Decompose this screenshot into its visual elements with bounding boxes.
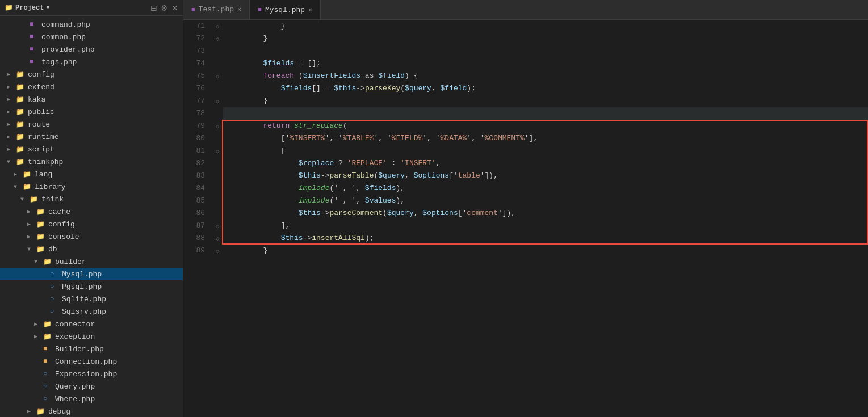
line-number: 71 xyxy=(183,20,212,32)
collapse-all-button[interactable]: ⊟ xyxy=(150,3,157,12)
c-file-icon: ■ xyxy=(43,345,53,353)
c-file-icon: ■ xyxy=(43,357,53,365)
tree-item-connection[interactable]: ■ Connection.php xyxy=(0,355,183,368)
tab-close-button[interactable]: ✕ xyxy=(237,5,241,14)
code-row: 73 xyxy=(183,45,868,57)
sidebar-title-text: Project xyxy=(15,4,44,12)
code-content: ], xyxy=(223,220,868,232)
tree-item-common[interactable]: ■ common.php xyxy=(0,31,183,43)
folder-icon: 📁 xyxy=(43,258,53,266)
tree-item-kaka[interactable]: ▶ 📁 kaka xyxy=(0,93,183,106)
close-sidebar-button[interactable]: ✕ xyxy=(171,3,178,12)
tree-item-mysql[interactable]: ○ Mysql.php xyxy=(0,268,183,280)
c-file-icon: ○ xyxy=(43,395,53,403)
code-row: 74 $fields = []; xyxy=(183,57,868,70)
tree-item-route[interactable]: ▶ 📁 route xyxy=(0,118,183,130)
code-content: implode(' , ', $values), xyxy=(223,195,868,207)
code-editor[interactable]: 71 ◇ } 72 ◇ } 73 74 xyxy=(183,20,868,417)
tree-item-debug[interactable]: ▶ 📁 debug xyxy=(0,405,183,417)
tree-item-label: Sqlite.php xyxy=(62,295,106,304)
sidebar-title: 📁 Project ▼ xyxy=(5,3,49,12)
gutter-icon: ◇ xyxy=(212,120,223,132)
tree-item-sqlite[interactable]: ○ Sqlite.php xyxy=(0,293,183,305)
line-number: 81 xyxy=(183,145,212,157)
folder-icon: 📁 xyxy=(16,145,26,154)
php-file-icon: ■ xyxy=(30,20,40,28)
tree-item-label: Expression.php xyxy=(55,370,117,378)
line-number: 76 xyxy=(183,82,212,95)
tree-item-label: Connection.php xyxy=(55,357,117,366)
folder-icon: 📁 xyxy=(36,245,47,254)
gutter-icon: ◇ xyxy=(212,70,223,82)
tree-item-think[interactable]: ▼ 📁 think xyxy=(0,193,183,205)
line-number: 73 xyxy=(183,45,212,57)
tab-mysqlphp[interactable]: ■ Mysql.php ✕ xyxy=(250,0,321,19)
editor-area: ■ Test.php ✕ ■ Mysql.php ✕ 71 ◇ } 72 ◇ xyxy=(183,0,868,417)
gutter-icon xyxy=(212,45,223,57)
c-file-icon: ○ xyxy=(43,382,53,390)
folder-icon: 📁 xyxy=(16,133,26,141)
tree-item-where[interactable]: ○ Where.php xyxy=(0,393,183,405)
tree-item-connector[interactable]: ▶ 📁 connector xyxy=(0,318,183,330)
line-number: 80 xyxy=(183,132,212,145)
code-content: [ xyxy=(223,145,868,157)
folder-icon: 📁 xyxy=(16,83,26,91)
tree-item-runtime[interactable]: ▶ 📁 runtime xyxy=(0,130,183,143)
tree-item-extend[interactable]: ▶ 📁 extend xyxy=(0,81,183,93)
tree-item-lang[interactable]: ▶ 📁 lang xyxy=(0,168,183,180)
tree-item-query[interactable]: ○ Query.php xyxy=(0,380,183,393)
tree-item-builder[interactable]: ▼ 📁 builder xyxy=(0,255,183,268)
tree-item-builder-php[interactable]: ■ Builder.php xyxy=(0,343,183,355)
line-number: 89 xyxy=(183,245,212,257)
code-content: return str_replace( xyxy=(223,120,868,132)
tree-item-library[interactable]: ▼ 📁 library xyxy=(0,180,183,193)
tree-item-command[interactable]: ■ command.php xyxy=(0,18,183,31)
code-content xyxy=(223,45,868,57)
tab-close-button[interactable]: ✕ xyxy=(308,6,312,14)
tree-item-config[interactable]: ▶ 📁 config xyxy=(0,68,183,81)
tree-item-label: extend xyxy=(28,83,54,91)
line-number: 83 xyxy=(183,170,212,182)
folder-icon: 📁 xyxy=(36,407,47,416)
tab-file-icon: ■ xyxy=(191,6,195,13)
settings-button[interactable]: ⚙ xyxy=(161,3,168,12)
tree-item-cache[interactable]: ▶ 📁 cache xyxy=(0,205,183,218)
folder-icon: 📁 xyxy=(36,208,47,216)
tree-item-db[interactable]: ▼ 📁 db xyxy=(0,243,183,255)
gutter-icon xyxy=(212,57,223,70)
code-content xyxy=(223,107,868,120)
sidebar-actions: ⊟ ⚙ ✕ xyxy=(150,3,178,12)
code-row: 71 ◇ } xyxy=(183,20,868,32)
tree-item-exception[interactable]: ▶ 📁 exception xyxy=(0,330,183,343)
tree-item-label: command.php xyxy=(41,20,90,29)
tree-item-label: Mysql.php xyxy=(62,270,102,279)
code-content: $replace ? 'REPLACE' : 'INSERT', xyxy=(223,157,868,170)
tree-item-tags[interactable]: ■ tags.php xyxy=(0,56,183,68)
tree-item-config2[interactable]: ▶ 📁 config xyxy=(0,218,183,230)
tree-item-public[interactable]: ▶ 📁 public xyxy=(0,106,183,118)
line-number: 86 xyxy=(183,207,212,220)
tree-item-label: builder xyxy=(55,258,86,266)
tab-testphp[interactable]: ■ Test.php ✕ xyxy=(183,0,250,19)
tree-item-label: exception xyxy=(55,332,95,341)
gutter-icon: ◇ xyxy=(212,145,223,157)
code-content: $this->parseComment($query, $options['co… xyxy=(223,207,868,220)
line-number: 82 xyxy=(183,157,212,170)
tree-item-script[interactable]: ▶ 📁 script xyxy=(0,143,183,155)
tree-item-console[interactable]: ▶ 📁 console xyxy=(0,230,183,243)
tree-item-label: debug xyxy=(48,407,70,416)
tree-item-label: Query.php xyxy=(55,382,95,391)
tree-item-sqlsrv[interactable]: ○ Sqlsrv.php xyxy=(0,305,183,318)
folder-icon: 📁 xyxy=(16,120,26,129)
tree-item-thinkphp[interactable]: ▼ 📁 thinkphp xyxy=(0,155,183,168)
line-number: 72 xyxy=(183,32,212,45)
tree-item-provider[interactable]: ■ provider.php xyxy=(0,43,183,56)
gutter-icon xyxy=(212,170,223,182)
tree-item-expression[interactable]: ○ Expression.php xyxy=(0,368,183,380)
c-file-icon: ○ xyxy=(50,295,60,303)
code-row: 89 ◇ } xyxy=(183,245,868,257)
tree-item-label: Pgsql.php xyxy=(62,283,102,291)
tree-item-pgsql[interactable]: ○ Pgsql.php xyxy=(0,280,183,293)
gutter-icon xyxy=(212,82,223,95)
code-container: 71 ◇ } 72 ◇ } 73 74 xyxy=(183,20,868,257)
